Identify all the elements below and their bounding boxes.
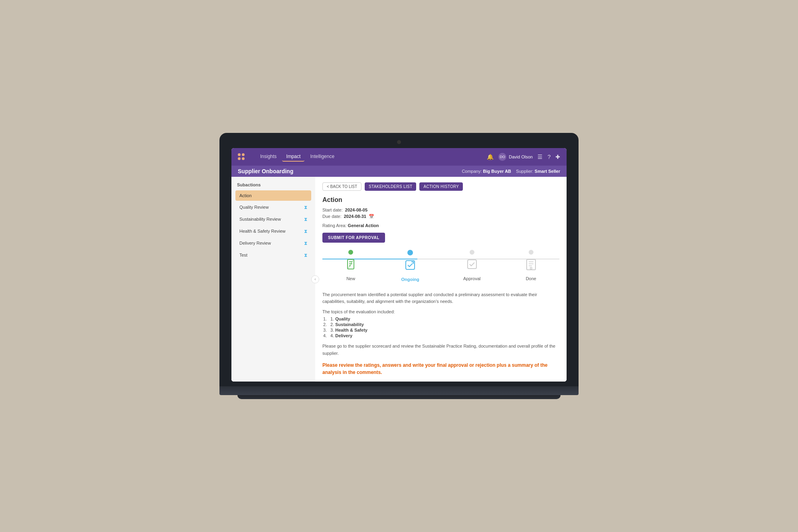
nav-insights[interactable]: Insights [256, 152, 280, 162]
hamburger-icon[interactable]: ☰ [537, 154, 543, 160]
timeline-step-ongoing: Ongoing [401, 250, 419, 282]
calendar-icon[interactable]: 📅 [369, 214, 374, 219]
ongoing-icon [404, 259, 417, 274]
hourglass-icon-1: ⧗ [304, 204, 307, 210]
logo-dots [238, 153, 245, 160]
new-icon [344, 258, 357, 273]
nav-links: Insights Impact Intelligence [256, 152, 479, 162]
supplier-name: Smart Seller [535, 169, 560, 174]
hourglass-icon-4: ⧗ [304, 240, 307, 246]
topic-delivery: 4. Delivery [330, 333, 559, 338]
submit-for-approval-button[interactable]: SUBMIT FOR APPROVAL [322, 233, 385, 243]
sidebar-item-health-safety-review[interactable]: Health & Safety Review ⧗ [235, 225, 311, 237]
screen-bezel: Insights Impact Intelligence 🔔 DO David … [219, 133, 579, 386]
camera [397, 140, 401, 144]
sidebar-item-test-label: Test [239, 253, 247, 257]
sidebar-item-sustainability-review-label: Sustainability Review [239, 217, 281, 222]
content-area: < BACK TO LIST STAKEHOLDERS LIST ACTION … [315, 177, 567, 382]
timeline-step-new: New [344, 250, 357, 282]
description-text: The procurement team identified a potent… [322, 291, 559, 305]
logo-dot-4 [242, 157, 245, 160]
main-content: Subactions Action Quality Review ⧗ Susta… [231, 177, 567, 382]
sidebar-item-test[interactable]: Test ⧗ [235, 249, 311, 261]
sidebar-section-title: Subactions [235, 182, 311, 187]
rating-area-value: General Action [348, 223, 379, 228]
logo [238, 153, 245, 160]
logo-dot-1 [238, 153, 241, 156]
step-label-ongoing: Ongoing [401, 277, 419, 282]
scorecard-text: Please go to the supplier scorecard and … [322, 343, 559, 357]
top-nav: Insights Impact Intelligence 🔔 DO David … [231, 148, 567, 166]
sidebar-collapse-button[interactable]: ‹ [311, 275, 319, 283]
action-toolbar: < BACK TO LIST STAKEHOLDERS LIST ACTION … [322, 182, 559, 191]
step-dot-ongoing [407, 250, 413, 255]
nav-impact[interactable]: Impact [282, 152, 304, 162]
approval-note: Please review the ratings, answers and w… [322, 362, 559, 376]
add-icon[interactable]: ✚ [555, 154, 560, 160]
laptop-base [219, 386, 579, 395]
timeline-step-done: Done [525, 250, 537, 282]
sidebar: Subactions Action Quality Review ⧗ Susta… [231, 177, 315, 382]
step-label-new: New [346, 276, 355, 281]
sidebar-item-health-safety-review-label: Health & Safety Review [239, 229, 286, 233]
app: Insights Impact Intelligence 🔔 DO David … [231, 148, 567, 382]
help-icon[interactable]: ? [547, 154, 551, 160]
due-date-row: Due date: 2024-08-31 📅 [322, 214, 559, 219]
start-date-row: Start date: 2024-08-05 [322, 208, 559, 212]
start-date-value: 2024-08-05 [345, 208, 367, 212]
laptop: Insights Impact Intelligence 🔔 DO David … [219, 133, 579, 399]
hourglass-icon-2: ⧗ [304, 216, 307, 222]
page-title: Supplier Onboarding [238, 168, 293, 174]
action-title: Action [322, 196, 559, 204]
timeline-steps: New [322, 250, 559, 282]
sidebar-item-sustainability-review[interactable]: Sustainability Review ⧗ [235, 214, 311, 225]
rating-area-label: Rating Area: [322, 223, 347, 228]
start-date-label: Start date: [322, 208, 343, 212]
screen: Insights Impact Intelligence 🔔 DO David … [231, 148, 567, 382]
step-dot-new [348, 250, 353, 255]
avatar: DO [498, 153, 506, 161]
sidebar-item-quality-review-label: Quality Review [239, 205, 269, 210]
logo-dot-2 [242, 153, 245, 156]
logo-dot-3 [238, 157, 241, 160]
timeline-step-approval: Approval [463, 250, 480, 282]
due-date-value: 2024-08-31 [344, 214, 366, 219]
nav-intelligence[interactable]: Intelligence [306, 152, 338, 162]
timeline-container: New [322, 250, 559, 282]
bell-icon[interactable]: 🔔 [487, 154, 494, 160]
sidebar-item-action[interactable]: Action [235, 190, 311, 201]
sidebar-item-quality-review[interactable]: Quality Review ⧗ [235, 202, 311, 213]
topic-quality: 1. Quality [330, 316, 559, 321]
step-label-done: Done [526, 276, 536, 281]
sub-header: Supplier Onboarding Company: Big Buyer A… [231, 166, 567, 177]
svg-rect-2 [468, 260, 476, 269]
sidebar-item-delivery-review[interactable]: Delivery Review ⧗ [235, 237, 311, 249]
company-name: Big Buyer AB [483, 169, 512, 174]
company-info: Company: Big Buyer AB Supplier: Smart Se… [462, 169, 560, 174]
topics-intro: The topics of the evaluation included: [322, 309, 559, 314]
step-dot-done [529, 250, 533, 255]
approval-icon [466, 258, 478, 273]
user-menu[interactable]: DO David Olson [498, 153, 533, 161]
action-history-button[interactable]: ACTION HISTORY [419, 182, 463, 191]
back-to-list-button[interactable]: < BACK TO LIST [322, 182, 361, 191]
done-icon [525, 258, 537, 273]
user-name: David Olson [509, 154, 533, 159]
rating-area: Rating Area: General Action [322, 223, 559, 228]
company-label: Company: [462, 169, 482, 174]
hourglass-icon-5: ⧗ [304, 252, 307, 258]
sidebar-item-delivery-review-label: Delivery Review [239, 241, 271, 245]
nav-right: 🔔 DO David Olson ☰ ? ✚ [487, 153, 560, 161]
due-date-label: Due date: [322, 214, 342, 219]
action-meta: Start date: 2024-08-05 Due date: 2024-08… [322, 208, 559, 219]
step-label-approval: Approval [463, 276, 480, 281]
stakeholders-list-button[interactable]: STAKEHOLDERS LIST [365, 182, 416, 191]
topics-list: 1. Quality 2. Sustainability 3. Health &… [322, 316, 559, 338]
step-dot-approval [470, 250, 474, 255]
hourglass-icon-3: ⧗ [304, 228, 307, 234]
topic-health-safety: 3. Health & Safety [330, 328, 559, 332]
laptop-foot [237, 395, 561, 399]
supplier-label: Supplier: [516, 169, 533, 174]
sidebar-item-action-label: Action [239, 193, 252, 198]
svg-rect-3 [527, 259, 535, 270]
